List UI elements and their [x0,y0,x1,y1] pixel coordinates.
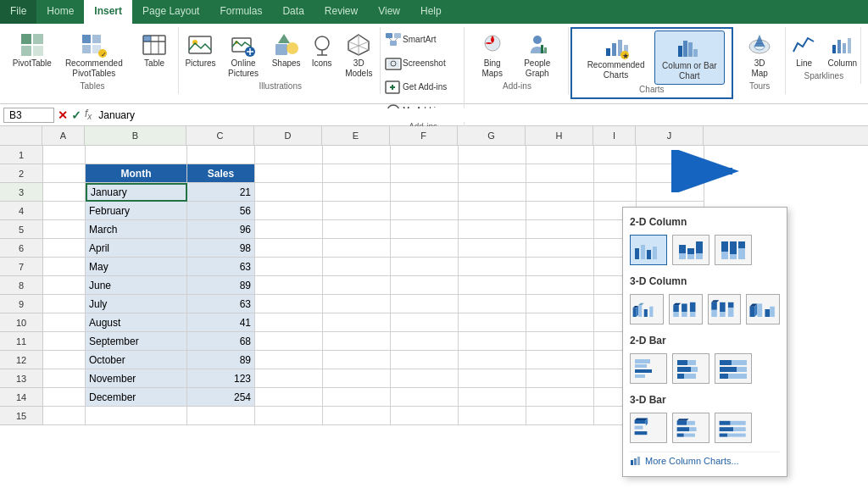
3d-map-button[interactable]: 3D Map [742,29,778,81]
cell-c9[interactable]: 63 [187,295,255,313]
cell-e2[interactable] [323,164,391,183]
tab-home[interactable]: Home [36,0,84,24]
icons-button[interactable]: Icons [305,29,339,71]
row-header-7[interactable]: 7 [0,258,42,276]
row-header-1[interactable]: 1 [0,146,42,164]
cell-reference-box[interactable]: B3 [3,108,54,123]
tab-file[interactable]: File [0,0,36,24]
row-header-12[interactable]: 12 [0,351,42,369]
cell-c7[interactable]: 63 [187,258,255,276]
cell-f1[interactable] [391,146,459,164]
cell-b8[interactable]: June [86,276,187,295]
cell-g2[interactable] [459,164,526,183]
stacked-column-icon[interactable] [672,235,709,265]
cell-c3[interactable]: 21 [187,183,255,202]
col-header-h[interactable]: H [526,126,593,145]
recommended-pivot-button[interactable]: ✓ Recommended PivotTables [53,29,136,81]
tab-help[interactable]: Help [410,0,452,24]
stacked-bar-icon[interactable] [672,353,709,384]
3d-models-button[interactable]: 3D Models [341,29,377,81]
tab-insert[interactable]: Insert [84,0,132,24]
col-header-i[interactable]: I [593,126,636,145]
col-header-j[interactable]: J [636,126,704,145]
table-button[interactable]: Table [137,29,171,71]
cell-i2[interactable] [594,164,637,183]
online-pictures-button[interactable]: Online Pictures [219,29,267,81]
3d-clustered-column-icon[interactable] [630,294,664,324]
clustered-column-icon[interactable] [630,235,667,265]
cell-d1[interactable] [255,146,323,164]
cell-b3[interactable]: January [86,183,187,202]
confirm-formula-icon[interactable]: ✓ [71,108,81,122]
formula-input[interactable] [95,108,865,122]
3d-stacked-column-icon[interactable] [669,294,703,324]
tab-data[interactable]: Data [272,0,314,24]
pictures-button[interactable]: Pictures [183,29,217,71]
row-header-10[interactable]: 10 [0,313,42,332]
get-addins-button[interactable]: Get Add-ins [381,76,465,98]
row-header-5[interactable]: 5 [0,220,42,239]
row-header-9[interactable]: 9 [0,295,42,313]
cell-g1[interactable] [459,146,526,164]
cell-d2[interactable] [255,164,323,183]
cell-c5[interactable]: 96 [187,220,255,239]
col-header-f[interactable]: F [390,126,458,145]
cell-f2[interactable] [391,164,459,183]
col-header-d[interactable]: D [254,126,322,145]
cell-c4[interactable]: 56 [187,202,255,220]
cell-b6[interactable]: April [86,239,187,258]
row-header-11[interactable]: 11 [0,332,42,351]
col-header-e[interactable]: E [322,126,390,145]
clustered-bar-icon[interactable] [630,353,667,384]
cell-c13[interactable]: 123 [187,369,255,388]
cell-b12[interactable]: October [86,351,187,369]
row-header-15[interactable]: 15 [0,407,42,425]
3d-column-icon[interactable] [746,294,780,324]
cell-c11[interactable]: 68 [187,332,255,351]
col-header-b[interactable]: B [85,126,186,145]
3d-100pct-column-icon[interactable] [708,294,742,324]
cell-c10[interactable]: 41 [187,313,255,332]
cell-b1[interactable] [86,146,187,164]
row-header-8[interactable]: 8 [0,276,42,295]
cell-a3[interactable] [43,183,86,202]
row-header-4[interactable]: 4 [0,202,42,220]
column-sparkline-button[interactable]: Column [824,29,861,71]
people-graph-button[interactable]: People Graph [513,29,561,81]
screenshot-button[interactable]: Screenshot [381,53,465,75]
cell-c12[interactable]: 89 [187,351,255,369]
col-header-g[interactable]: G [458,126,526,145]
cell-a1[interactable] [43,146,86,164]
cell-h2[interactable] [526,164,594,183]
cell-b4[interactable]: February [86,202,187,220]
tab-review[interactable]: Review [314,0,368,24]
col-header-c[interactable]: C [186,126,254,145]
row-header-2[interactable]: 2 [0,164,42,183]
cell-b7[interactable]: May [86,258,187,276]
tab-formulas[interactable]: Formulas [209,0,272,24]
cell-b13[interactable]: November [86,369,187,388]
pivot-table-button[interactable]: PivotTable [14,29,51,71]
3d-stacked-bar-icon[interactable] [672,413,709,443]
cell-c1[interactable] [187,146,255,164]
cell-b14[interactable]: December [86,388,187,407]
column-chart-button[interactable]: Column or Bar Chart [654,30,725,85]
row-header-3[interactable]: 3 [0,183,42,202]
more-column-charts-link[interactable]: More Column Charts... [630,452,780,469]
smartart-button[interactable]: SmartArt [381,29,465,51]
100pct-stacked-column-icon[interactable] [715,235,752,265]
col-header-a[interactable]: A [42,126,85,145]
row-header-13[interactable]: 13 [0,369,42,388]
cell-c8[interactable]: 89 [187,276,255,295]
cell-c14[interactable]: 254 [187,388,255,407]
line-sparkline-button[interactable]: Line [787,29,822,71]
cancel-formula-icon[interactable]: ✕ [58,108,68,122]
cell-c2[interactable]: Sales [187,164,255,183]
cell-b10[interactable]: August [86,313,187,332]
cell-h1[interactable] [526,146,594,164]
cell-b9[interactable]: July [86,295,187,313]
tab-view[interactable]: View [368,0,410,24]
3d-100pct-stacked-bar-icon[interactable] [715,413,752,443]
3d-clustered-bar-icon[interactable] [630,413,667,443]
cell-d3[interactable] [255,183,323,202]
